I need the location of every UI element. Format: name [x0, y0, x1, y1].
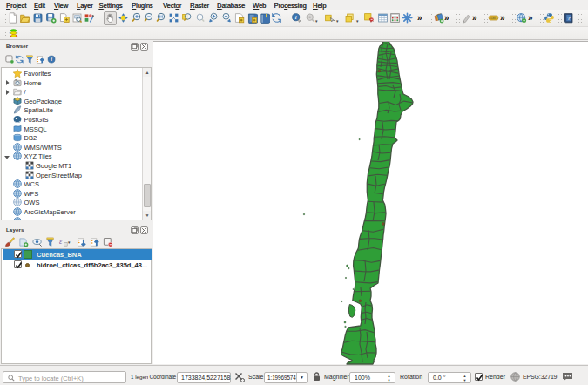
svg-text:i: i [51, 56, 52, 62]
svg-text:ε: ε [59, 238, 63, 246]
svg-text:i: i [294, 14, 296, 20]
svg-text:?: ? [567, 16, 571, 21]
svg-text:abc: abc [490, 16, 497, 20]
